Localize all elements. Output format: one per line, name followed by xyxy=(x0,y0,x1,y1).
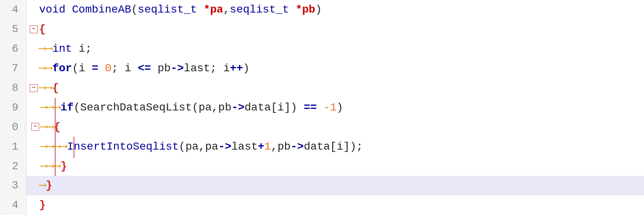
line-num-13: 3 xyxy=(5,176,22,195)
code-text xyxy=(72,40,79,58)
code-text: last xyxy=(232,138,258,155)
code-content: void CombineAB ( seqlist_t *pa , seqlist… xyxy=(27,0,644,215)
code-line-6: ⟶⟶ int i; xyxy=(27,39,644,59)
code-text xyxy=(317,99,324,116)
line-num-7: 7 xyxy=(5,59,22,78)
indent-arrows-12: ⟶⟶⟶ xyxy=(41,157,61,175)
code-line-7: ⟶⟶ for (i = 0 ; i <= pb -> last; i ++ ) xyxy=(27,59,644,78)
code-text: ) xyxy=(243,60,250,77)
keyword-int: int xyxy=(52,40,72,58)
arrow-op-3: -> xyxy=(218,138,232,155)
op-plus: + xyxy=(258,138,264,155)
vline2-11 xyxy=(74,137,74,158)
function-name: CombineAB xyxy=(72,1,131,18)
fold-marker-5[interactable]: − xyxy=(30,25,38,33)
line-num-4: 4 xyxy=(5,0,22,20)
ptr-pa: *pa xyxy=(203,1,223,18)
code-line-13: ⟶ } xyxy=(27,176,644,195)
indent-arrows-6: ⟶⟶ xyxy=(39,40,52,58)
code-text xyxy=(98,60,105,77)
line-num-8: 8 xyxy=(5,78,22,98)
indent-arrows-10: ⟶⟶ xyxy=(41,118,54,136)
indent-arrows-8: ⟶⟶ xyxy=(39,79,52,97)
line-num-11: 1 xyxy=(5,137,22,156)
code-line-4: void CombineAB ( seqlist_t *pa , seqlist… xyxy=(27,0,644,20)
code-text xyxy=(65,1,72,18)
keyword-for: for xyxy=(52,60,72,77)
line-num-10: 0 xyxy=(5,117,22,137)
line-num-5: 5 xyxy=(5,20,22,39)
indent-arrows-13: ⟶ xyxy=(39,177,46,194)
brace-close-13: } xyxy=(46,177,52,194)
type-seqlist1: seqlist_t xyxy=(138,1,197,18)
line-number-gutter: 4 5 6 7 8 9 0 1 2 3 4 xyxy=(0,0,27,215)
vline-9 xyxy=(55,98,56,119)
num-neg1: -1 xyxy=(324,99,337,116)
code-text: (i xyxy=(72,60,92,77)
vline-12 xyxy=(55,156,56,177)
line-num-9: 9 xyxy=(5,98,22,117)
op-lte: <= xyxy=(138,60,151,77)
keyword-if: if xyxy=(61,99,74,116)
func-insert: InsertIntoSeqlist xyxy=(67,138,179,155)
brace-close-12: } xyxy=(61,157,67,175)
code-text: data[i]); xyxy=(304,138,363,155)
indent-arrows-11: ⟶⟶⟶⟶ xyxy=(41,138,67,155)
code-text: ; i xyxy=(112,60,138,77)
line-num-12: 2 xyxy=(5,156,22,176)
vline-11 xyxy=(55,137,56,158)
arrow-op-1: -> xyxy=(171,60,184,77)
brace-open-8: { xyxy=(52,79,59,97)
code-line-10: − ⟶⟶ { xyxy=(27,117,644,137)
code-line-12: ⟶⟶⟶ } xyxy=(27,156,644,176)
code-text: ( xyxy=(131,1,138,18)
var-i-decl: i; xyxy=(79,40,92,58)
op-inc: ++ xyxy=(230,60,243,77)
brace-close-14: } xyxy=(39,196,46,214)
indent-arrows-7: ⟶⟶ xyxy=(39,60,52,77)
code-line-8: − ⟶⟶ { xyxy=(27,78,644,98)
num-0: 0 xyxy=(105,60,112,77)
code-text: pb xyxy=(151,60,171,77)
code-line-14: } xyxy=(27,195,644,215)
type-seqlist2: seqlist_t xyxy=(230,1,289,18)
line-num-6: 6 xyxy=(5,39,22,59)
code-text: ) xyxy=(336,99,343,116)
vline-10 xyxy=(55,117,56,138)
code-line-5: − { xyxy=(27,20,644,39)
code-text: , xyxy=(223,1,230,18)
num-1: 1 xyxy=(264,138,271,155)
ptr-pb: *pb xyxy=(295,1,315,18)
brace-open-5: { xyxy=(39,20,46,38)
code-editor: 4 5 6 7 8 9 0 1 2 3 4 void CombineAB ( s… xyxy=(0,0,644,215)
op-eqeq: == xyxy=(304,99,317,116)
code-text xyxy=(289,1,296,18)
code-text: (pa,pa xyxy=(179,138,218,155)
keyword-void: void xyxy=(39,1,65,18)
code-text: last; i xyxy=(184,60,230,77)
arrow-op-2: -> xyxy=(231,99,245,116)
code-text: ) xyxy=(315,1,322,18)
code-line-11: ⟶⟶⟶⟶ InsertIntoSeqlist (pa,pa -> last + … xyxy=(27,137,644,156)
code-line-9: ⟶⟶⟶ if (SearchDataSeqList(pa,pb -> data[… xyxy=(27,98,644,117)
fold-marker-8[interactable]: − xyxy=(30,84,38,92)
indent-arrows-9: ⟶⟶⟶ xyxy=(41,99,61,116)
arrow-op-4: -> xyxy=(291,138,304,155)
line-num-14: 4 xyxy=(5,195,22,215)
code-text xyxy=(197,1,203,18)
fold-marker-10[interactable]: − xyxy=(31,123,39,131)
op-eq: = xyxy=(92,60,99,77)
code-text: (SearchDataSeqList(pa,pb xyxy=(74,99,231,116)
code-text: data[i]) xyxy=(245,99,304,116)
code-text: ,pb xyxy=(271,138,290,155)
